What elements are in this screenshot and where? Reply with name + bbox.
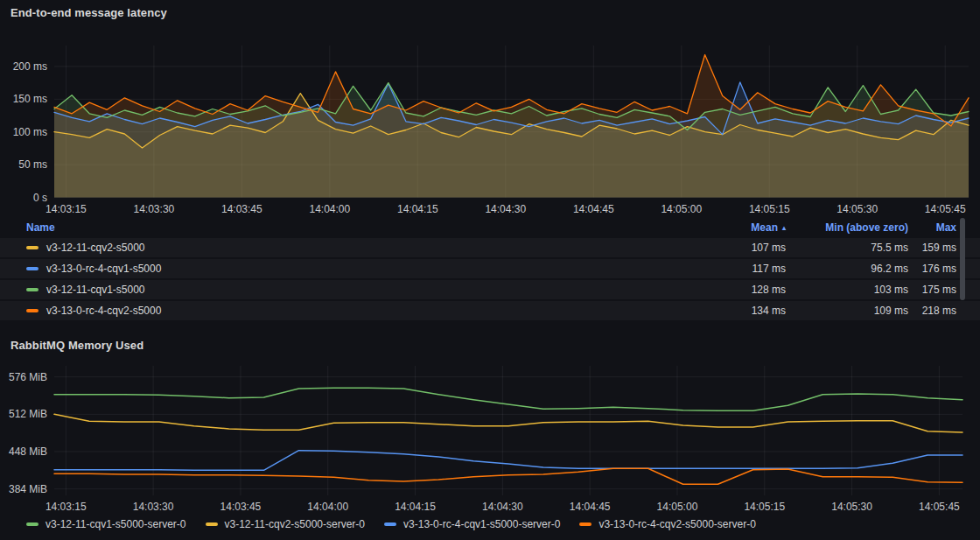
latency-legend-table: Name Mean▴ Min (above zero) Max v3-12-11… xyxy=(0,219,980,320)
min-value: 109 ms xyxy=(786,305,908,317)
series-color-swatch xyxy=(26,309,38,312)
x-axis-tick-label: 14:05:30 xyxy=(836,203,878,215)
x-axis-tick-label: 14:03:15 xyxy=(46,501,87,513)
column-header-mean-label: Mean xyxy=(751,221,778,234)
table-row[interactable]: v3-13-0-rc-4-cqv1-s5000 117 ms 96.2 ms 1… xyxy=(0,257,980,278)
series-name: v3-13-0-rc-4-cqv2-s5000-server-0 xyxy=(598,518,755,530)
series-color-swatch xyxy=(26,522,38,526)
y-axis-tick-label: 200 ms xyxy=(13,60,47,73)
x-axis-tick-label: 14:05:30 xyxy=(831,501,872,513)
min-value: 96.2 ms xyxy=(786,263,908,275)
series-color-swatch xyxy=(26,267,38,270)
column-header-name[interactable]: Name xyxy=(26,221,672,234)
memory-chart[interactable]: 14:03:1514:03:3014:03:4514:04:0014:04:15… xyxy=(0,354,980,519)
series-color-swatch xyxy=(384,522,396,526)
table-row[interactable]: v3-13-0-rc-4-cqv2-s5000 134 ms 109 ms 21… xyxy=(0,299,980,320)
series-line-v3-13-0-rc-4-cqv1-s5000-server-0[interactable] xyxy=(54,451,962,471)
panel-title-memory[interactable]: RabbitMQ Memory Used xyxy=(10,339,144,352)
series-color-swatch xyxy=(579,522,592,526)
x-axis-tick-label: 14:03:30 xyxy=(134,203,175,215)
x-axis-tick-label: 14:04:30 xyxy=(485,203,526,215)
legend-item[interactable]: v3-13-0-rc-4-cqv1-s5000-server-0 xyxy=(384,518,560,530)
y-axis-tick-label: 512 MiB xyxy=(9,408,47,420)
mean-value: 134 ms xyxy=(672,305,786,317)
min-value: 75.5 ms xyxy=(786,242,908,254)
x-axis-tick-label: 14:03:45 xyxy=(220,501,262,513)
x-axis-tick-label: 14:03:45 xyxy=(221,203,262,215)
y-axis-tick-label: 100 ms xyxy=(13,126,47,138)
x-axis-tick-label: 14:04:00 xyxy=(307,501,348,513)
column-header-max[interactable]: Max xyxy=(908,221,956,234)
x-axis-tick-label: 14:05:15 xyxy=(749,203,790,215)
sort-ascending-icon: ▴ xyxy=(782,224,786,232)
mean-value: 117 ms xyxy=(672,263,786,275)
legend-table-header: Name Mean▴ Min (above zero) Max xyxy=(0,219,980,236)
series-line-v3-12-11-cqv1-s5000-server-0[interactable] xyxy=(54,388,962,410)
legend-item[interactable]: v3-12-11-cqv1-s5000-server-0 xyxy=(26,518,186,530)
series-name: v3-13-0-rc-4-cqv1-s5000-server-0 xyxy=(403,518,560,530)
x-axis-tick-label: 14:05:00 xyxy=(661,203,702,215)
y-axis-tick-label: 0 s xyxy=(33,192,47,204)
x-axis-tick-label: 14:04:15 xyxy=(395,501,436,513)
series-name: v3-12-11-cqv1-s5000-server-0 xyxy=(46,518,186,530)
max-value: 218 ms xyxy=(908,305,956,317)
latency-chart[interactable]: 14:03:1514:03:3014:03:4514:04:0014:04:15… xyxy=(0,0,980,219)
max-value: 159 ms xyxy=(908,242,956,254)
table-row[interactable]: v3-12-11-cqv2-s5000 107 ms 75.5 ms 159 m… xyxy=(0,236,980,257)
x-axis-tick-label: 14:03:15 xyxy=(46,203,87,215)
column-header-min[interactable]: Min (above zero) xyxy=(786,221,908,234)
min-value: 103 ms xyxy=(786,284,908,296)
grafana-dashboard: End-to-end message latency 14:03:1514:03… xyxy=(0,0,980,540)
mean-value: 128 ms xyxy=(672,284,786,296)
series-color-swatch xyxy=(26,246,38,249)
y-axis-tick-label: 150 ms xyxy=(13,93,47,105)
y-axis-tick-label: 384 MiB xyxy=(9,483,47,495)
memory-chart-legend: v3-12-11-cqv1-s5000-server-0 v3-12-11-cq… xyxy=(26,518,756,530)
legend-item[interactable]: v3-12-11-cqv2-s5000-server-0 xyxy=(206,518,366,530)
series-color-swatch xyxy=(206,522,218,526)
x-axis-tick-label: 14:05:45 xyxy=(925,203,966,215)
mean-value: 107 ms xyxy=(672,242,786,254)
x-axis-tick-label: 14:05:45 xyxy=(919,501,960,513)
max-value: 175 ms xyxy=(908,284,956,296)
series-color-swatch xyxy=(26,288,38,291)
series-name[interactable]: v3-13-0-rc-4-cqv1-s5000 xyxy=(46,263,161,275)
y-axis-tick-label: 576 MiB xyxy=(9,371,47,383)
x-axis-tick-label: 14:05:15 xyxy=(744,501,785,513)
series-line-v3-13-0-rc-4-cqv2-s5000-server-0[interactable] xyxy=(54,468,962,484)
series-name: v3-12-11-cqv2-s5000-server-0 xyxy=(225,518,366,530)
table-row[interactable]: v3-12-11-cqv1-s5000 128 ms 103 ms 175 ms xyxy=(0,278,980,299)
series-line-v3-12-11-cqv2-s5000-server-0[interactable] xyxy=(54,414,962,432)
x-axis-tick-label: 14:05:00 xyxy=(657,501,698,513)
series-name[interactable]: v3-12-11-cqv2-s5000 xyxy=(46,242,145,254)
x-axis-tick-label: 14:03:30 xyxy=(133,501,174,513)
x-axis-tick-label: 14:04:45 xyxy=(570,501,611,513)
x-axis-tick-label: 14:04:00 xyxy=(309,203,350,215)
x-axis-tick-label: 14:04:30 xyxy=(482,501,523,513)
max-value: 176 ms xyxy=(908,263,956,275)
legend-scrollbar[interactable] xyxy=(960,218,965,300)
series-name[interactable]: v3-13-0-rc-4-cqv2-s5000 xyxy=(46,305,161,317)
column-header-mean[interactable]: Mean▴ xyxy=(672,221,786,234)
y-axis-tick-label: 50 ms xyxy=(18,158,47,171)
legend-item[interactable]: v3-13-0-rc-4-cqv2-s5000-server-0 xyxy=(579,518,755,530)
x-axis-tick-label: 14:04:15 xyxy=(397,203,438,215)
series-name[interactable]: v3-12-11-cqv1-s5000 xyxy=(46,284,145,296)
x-axis-tick-label: 14:04:45 xyxy=(573,203,614,215)
y-axis-tick-label: 448 MiB xyxy=(9,445,47,458)
